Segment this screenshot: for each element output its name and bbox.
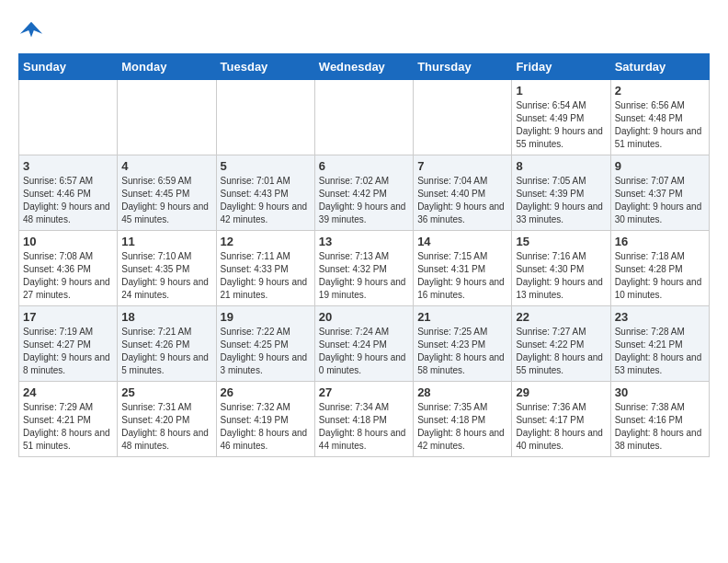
calendar-cell: 28Sunrise: 7:35 AM Sunset: 4:18 PM Dayli… [414, 382, 512, 457]
day-info: Sunrise: 7:27 AM Sunset: 4:22 PM Dayligh… [516, 326, 606, 377]
day-info: Sunrise: 7:05 AM Sunset: 4:39 PM Dayligh… [516, 175, 606, 226]
day-number: 13 [319, 235, 409, 248]
calendar-cell: 18Sunrise: 7:21 AM Sunset: 4:26 PM Dayli… [118, 306, 216, 382]
day-number: 1 [516, 84, 606, 98]
day-number: 20 [319, 310, 409, 324]
calendar-cell [314, 80, 413, 155]
dow-header-saturday: Saturday [610, 54, 709, 80]
day-info: Sunrise: 7:02 AM Sunset: 4:42 PM Dayligh… [319, 175, 409, 226]
day-info: Sunrise: 7:34 AM Sunset: 4:18 PM Dayligh… [319, 401, 409, 453]
day-info: Sunrise: 7:25 AM Sunset: 4:23 PM Dayligh… [417, 326, 507, 377]
calendar-cell: 14Sunrise: 7:15 AM Sunset: 4:31 PM Dayli… [414, 231, 512, 306]
calendar-cell: 29Sunrise: 7:36 AM Sunset: 4:17 PM Dayli… [512, 382, 610, 457]
dow-header-wednesday: Wednesday [314, 54, 413, 80]
calendar-cell: 9Sunrise: 7:07 AM Sunset: 4:37 PM Daylig… [610, 155, 709, 231]
day-number: 3 [23, 159, 113, 173]
day-number: 24 [23, 385, 113, 399]
dow-header-sunday: Sunday [19, 54, 118, 80]
day-info: Sunrise: 6:56 AM Sunset: 4:48 PM Dayligh… [615, 99, 705, 151]
day-number: 15 [516, 235, 606, 248]
day-info: Sunrise: 7:15 AM Sunset: 4:31 PM Dayligh… [417, 250, 507, 302]
calendar-table: SundayMondayTuesdayWednesdayThursdayFrid… [18, 53, 710, 457]
day-number: 17 [23, 310, 113, 324]
calendar-cell: 26Sunrise: 7:32 AM Sunset: 4:19 PM Dayli… [216, 382, 314, 457]
day-info: Sunrise: 7:35 AM Sunset: 4:18 PM Dayligh… [417, 401, 507, 453]
day-info: Sunrise: 7:36 AM Sunset: 4:17 PM Dayligh… [516, 401, 606, 453]
day-info: Sunrise: 7:31 AM Sunset: 4:20 PM Dayligh… [121, 401, 211, 453]
calendar-cell [19, 80, 118, 155]
day-number: 27 [319, 385, 409, 399]
calendar-cell: 2Sunrise: 6:56 AM Sunset: 4:48 PM Daylig… [610, 80, 709, 155]
day-number: 21 [417, 310, 507, 324]
day-number: 26 [221, 385, 311, 399]
dow-header-tuesday: Tuesday [216, 54, 314, 80]
day-info: Sunrise: 6:59 AM Sunset: 4:45 PM Dayligh… [121, 175, 211, 226]
calendar-cell: 21Sunrise: 7:25 AM Sunset: 4:23 PM Dayli… [414, 306, 512, 382]
calendar-cell: 8Sunrise: 7:05 AM Sunset: 4:39 PM Daylig… [512, 155, 610, 231]
calendar-cell: 5Sunrise: 7:01 AM Sunset: 4:43 PM Daylig… [216, 155, 314, 231]
day-number: 12 [221, 235, 311, 248]
day-info: Sunrise: 7:22 AM Sunset: 4:25 PM Dayligh… [221, 326, 311, 377]
calendar-cell: 17Sunrise: 7:19 AM Sunset: 4:27 PM Dayli… [19, 306, 118, 382]
calendar-cell: 1Sunrise: 6:54 AM Sunset: 4:49 PM Daylig… [512, 80, 610, 155]
calendar-cell: 25Sunrise: 7:31 AM Sunset: 4:20 PM Dayli… [118, 382, 216, 457]
day-info: Sunrise: 7:19 AM Sunset: 4:27 PM Dayligh… [23, 326, 113, 377]
day-info: Sunrise: 6:57 AM Sunset: 4:46 PM Dayligh… [23, 175, 113, 226]
calendar-cell: 3Sunrise: 6:57 AM Sunset: 4:46 PM Daylig… [19, 155, 118, 231]
calendar-cell: 7Sunrise: 7:04 AM Sunset: 4:40 PM Daylig… [414, 155, 512, 231]
calendar-cell: 11Sunrise: 7:10 AM Sunset: 4:35 PM Dayli… [118, 231, 216, 306]
day-info: Sunrise: 7:04 AM Sunset: 4:40 PM Dayligh… [417, 175, 507, 226]
day-number: 8 [516, 159, 606, 173]
day-number: 11 [121, 235, 211, 248]
day-number: 2 [615, 84, 705, 98]
day-info: Sunrise: 7:28 AM Sunset: 4:21 PM Dayligh… [615, 326, 705, 377]
logo [18, 18, 48, 44]
day-info: Sunrise: 7:01 AM Sunset: 4:43 PM Dayligh… [221, 175, 311, 226]
day-number: 19 [221, 310, 311, 324]
calendar-cell: 15Sunrise: 7:16 AM Sunset: 4:30 PM Dayli… [512, 231, 610, 306]
day-number: 16 [615, 235, 705, 248]
calendar-cell [118, 80, 216, 155]
day-number: 10 [23, 235, 113, 248]
dow-header-friday: Friday [512, 54, 610, 80]
dow-header-thursday: Thursday [414, 54, 512, 80]
day-number: 9 [615, 159, 705, 173]
day-number: 29 [516, 385, 606, 399]
day-info: Sunrise: 7:16 AM Sunset: 4:30 PM Dayligh… [516, 250, 606, 302]
day-number: 25 [121, 385, 211, 399]
day-number: 23 [615, 310, 705, 324]
day-info: Sunrise: 7:21 AM Sunset: 4:26 PM Dayligh… [121, 326, 211, 377]
day-info: Sunrise: 7:11 AM Sunset: 4:33 PM Dayligh… [221, 250, 311, 302]
day-info: Sunrise: 7:08 AM Sunset: 4:36 PM Dayligh… [23, 250, 113, 302]
calendar-cell: 12Sunrise: 7:11 AM Sunset: 4:33 PM Dayli… [216, 231, 314, 306]
calendar-cell: 30Sunrise: 7:38 AM Sunset: 4:16 PM Dayli… [610, 382, 709, 457]
calendar-cell: 23Sunrise: 7:28 AM Sunset: 4:21 PM Dayli… [610, 306, 709, 382]
day-number: 18 [121, 310, 211, 324]
day-info: Sunrise: 7:18 AM Sunset: 4:28 PM Dayligh… [615, 250, 705, 302]
dow-header-monday: Monday [118, 54, 216, 80]
calendar-cell: 13Sunrise: 7:13 AM Sunset: 4:32 PM Dayli… [314, 231, 413, 306]
day-number: 4 [121, 159, 211, 173]
svg-marker-0 [20, 22, 42, 38]
calendar-cell [414, 80, 512, 155]
calendar-cell: 20Sunrise: 7:24 AM Sunset: 4:24 PM Dayli… [314, 306, 413, 382]
logo-icon [18, 18, 44, 44]
calendar-cell: 10Sunrise: 7:08 AM Sunset: 4:36 PM Dayli… [19, 231, 118, 306]
day-info: Sunrise: 7:29 AM Sunset: 4:21 PM Dayligh… [23, 401, 113, 453]
day-info: Sunrise: 6:54 AM Sunset: 4:49 PM Dayligh… [516, 99, 606, 151]
day-number: 28 [417, 385, 507, 399]
day-number: 14 [417, 235, 507, 248]
day-number: 30 [615, 385, 705, 399]
day-info: Sunrise: 7:24 AM Sunset: 4:24 PM Dayligh… [319, 326, 409, 377]
day-number: 7 [417, 159, 507, 173]
calendar-cell: 16Sunrise: 7:18 AM Sunset: 4:28 PM Dayli… [610, 231, 709, 306]
calendar-cell: 22Sunrise: 7:27 AM Sunset: 4:22 PM Dayli… [512, 306, 610, 382]
calendar-cell [216, 80, 314, 155]
day-info: Sunrise: 7:07 AM Sunset: 4:37 PM Dayligh… [615, 175, 705, 226]
day-info: Sunrise: 7:32 AM Sunset: 4:19 PM Dayligh… [221, 401, 311, 453]
day-info: Sunrise: 7:38 AM Sunset: 4:16 PM Dayligh… [615, 401, 705, 453]
day-number: 22 [516, 310, 606, 324]
calendar-cell: 6Sunrise: 7:02 AM Sunset: 4:42 PM Daylig… [314, 155, 413, 231]
day-number: 6 [319, 159, 409, 173]
day-number: 5 [221, 159, 311, 173]
